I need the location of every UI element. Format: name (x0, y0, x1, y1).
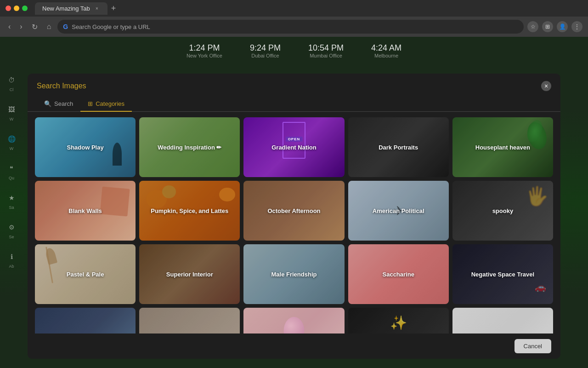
sidebar-clock-label: Cl (10, 87, 14, 92)
sidebar-item-clock[interactable]: ⏱ Cl (5, 74, 18, 92)
clock-icon: ⏱ (5, 74, 18, 86)
sidebar: ⏱ Cl 🖼 W 🌐 W ❝ Qu ★ Sa ⚙ Se ℹ Ab (0, 37, 23, 368)
modal-close-button[interactable]: × (541, 81, 551, 91)
american-label: American Political (353, 207, 444, 214)
sidebar-settings-label: Se (9, 235, 14, 239)
card-blank-walls[interactable]: Blank Walls (35, 181, 136, 241)
card-one-color[interactable]: One Color (243, 308, 344, 334)
categories-tab-label: Categories (96, 100, 124, 107)
sidebar-item-settings[interactable]: ⚙ Se (5, 221, 18, 239)
card-american[interactable]: ✈ American Political (348, 181, 449, 241)
cancel-button[interactable]: Cancel (514, 339, 551, 353)
card-superior[interactable]: Superior Interior (139, 244, 240, 304)
maximize-window-button[interactable] (22, 6, 28, 11)
google-icon: G (63, 23, 68, 30)
card-wedding[interactable]: Wedding Inspiration ✏ (139, 117, 240, 177)
search-images-modal: Search Images × 🔍 Search ⊞ Categories (28, 74, 560, 359)
clock-newyork: 1:24 PM New York Office (187, 43, 222, 58)
sidebar-item-quote[interactable]: ❝ Qu (5, 162, 18, 180)
new-tab-button[interactable]: + (107, 2, 120, 15)
sidebar-about-label: Ab (9, 264, 14, 269)
modal-title: Search Images (37, 82, 86, 90)
world-clocks-bar: 1:24 PM New York Office 9:24 PM Dubai Of… (0, 37, 588, 64)
refresh-button[interactable]: ↻ (29, 21, 40, 33)
close-window-button[interactable] (6, 6, 11, 11)
sidebar-wallpaper-label: W (10, 117, 14, 121)
card-pumpkin[interactable]: Pumpkin, Spice, and Lattes (139, 181, 240, 241)
male-label: Male Friendship (249, 271, 339, 278)
clock-melbourne: 4:24 AM Melbourne (371, 43, 401, 58)
categories-grid-area: Shadow Play Wedding Inspiration ✏ OPEN G… (28, 112, 560, 334)
search-tab-icon: 🔍 (44, 100, 51, 107)
pastel-label: Pastel & Pale (40, 271, 130, 278)
card-shadow-play[interactable]: Shadow Play (35, 117, 136, 177)
categories-tab-icon: ⊞ (88, 100, 93, 107)
more-icon[interactable]: ⋮ (571, 21, 582, 32)
clock-melbourne-label: Melbourne (371, 53, 401, 58)
sidebar-item-wallpaper[interactable]: 🖼 W (5, 103, 18, 121)
traffic-lights (6, 6, 28, 11)
quote-icon: ❝ (5, 162, 18, 175)
tab-title: New Amazing Tab (42, 5, 90, 12)
wallpaper-icon: 🖼 (5, 103, 18, 116)
sidebar-world-label: W (10, 146, 14, 151)
card-negative[interactable]: 🚗 Negative Space Travel (452, 244, 553, 304)
extension-icon[interactable]: ⊞ (542, 21, 553, 32)
sidebar-save-label: Sa (9, 205, 14, 210)
toolbar-icons: ☆ ⊞ 👤 ⋮ (527, 21, 582, 32)
tab-categories[interactable]: ⊞ Categories (80, 97, 132, 112)
clock-mumbai: 10:54 PM Mumbai Office (308, 43, 344, 58)
about-icon: ℹ (5, 250, 18, 263)
category-grid: Shadow Play Wedding Inspiration ✏ OPEN G… (35, 117, 553, 334)
card-color-neutral[interactable]: Color - Neutral Tones (139, 308, 240, 334)
sidebar-item-world[interactable]: 🌐 W (5, 132, 18, 151)
modal-footer: Cancel (28, 334, 560, 359)
shadow-play-label: Shadow Play (40, 144, 130, 151)
pumpkin-label: Pumpkin, Spice, and Lattes (144, 207, 235, 214)
tab-search[interactable]: 🔍 Search (37, 97, 80, 112)
address-bar[interactable]: G Search Google or type a URL (57, 20, 524, 34)
clock-mumbai-time: 10:54 PM (308, 43, 344, 53)
tab-bar: New Amazing Tab × + (35, 2, 582, 15)
clock-melbourne-time: 4:24 AM (371, 43, 401, 53)
card-saccharine[interactable]: Saccharine (348, 244, 449, 304)
page-wrapper: 1:24 PM New York Office 9:24 PM Dubai Of… (0, 37, 588, 368)
forward-button[interactable]: › (17, 21, 25, 33)
houseplant-label: Houseplant heaven (458, 144, 548, 151)
sidebar-item-about[interactable]: ℹ Ab (5, 250, 18, 269)
card-houseplant[interactable]: Houseplant heaven (452, 117, 553, 177)
card-lets-party[interactable]: ✨ Let's Party! (348, 308, 449, 334)
negative-label: Negative Space Travel (458, 271, 548, 278)
save-icon: ★ (5, 191, 18, 204)
clock-dubai-label: Dubai Office (250, 53, 281, 58)
card-october[interactable]: October Afternoon (243, 181, 344, 241)
card-gradient[interactable]: OPEN Gradient Nation (243, 117, 344, 177)
card-spooky[interactable]: 🖐 spooky (452, 181, 553, 241)
back-button[interactable]: ‹ (6, 21, 13, 33)
settings-icon: ⚙ (5, 221, 18, 234)
minimize-window-button[interactable] (14, 6, 19, 11)
card-pastel[interactable]: Pastel & Pale (35, 244, 136, 304)
card-bright[interactable]: bright, white + light. (452, 308, 553, 334)
clock-mumbai-label: Mumbai Office (308, 53, 344, 58)
blank-walls-label: Blank Walls (40, 207, 130, 214)
search-tab-label: Search (54, 100, 73, 107)
clock-newyork-label: New York Office (187, 53, 222, 58)
card-dark-portraits[interactable]: Dark Portraits (348, 117, 449, 177)
clock-dubai: 9:24 PM Dubai Office (250, 43, 281, 58)
card-energy[interactable]: Energy | Emotion | Experience (35, 308, 136, 334)
bookmark-icon[interactable]: ☆ (527, 21, 538, 32)
spooky-label: spooky (458, 207, 548, 214)
dark-portraits-label: Dark Portraits (353, 144, 444, 151)
sidebar-item-save[interactable]: ★ Sa (5, 191, 18, 210)
home-button[interactable]: ⌂ (44, 21, 54, 33)
profile-icon[interactable]: 👤 (557, 21, 568, 32)
clock-dubai-time: 9:24 PM (250, 43, 281, 53)
tab-close-button[interactable]: × (94, 5, 100, 12)
active-tab[interactable]: New Amazing Tab × (35, 2, 107, 15)
saccharine-label: Saccharine (353, 271, 444, 278)
clock-newyork-time: 1:24 PM (187, 43, 222, 53)
card-male[interactable]: Male Friendship (243, 244, 344, 304)
modal-tabs: 🔍 Search ⊞ Categories (28, 91, 560, 112)
superior-label: Superior Interior (144, 271, 235, 278)
